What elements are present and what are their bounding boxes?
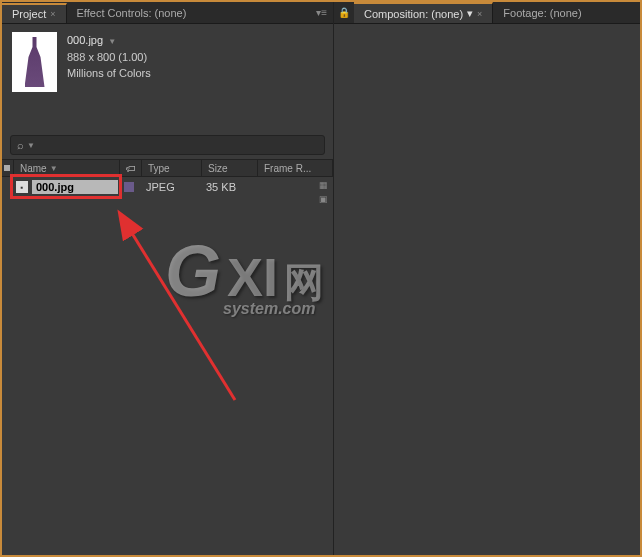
dropdown-icon[interactable]: ▼ — [108, 37, 116, 46]
column-label: Size — [208, 163, 227, 174]
asset-type: JPEG — [140, 181, 200, 193]
asset-size: 35 KB — [200, 181, 256, 193]
file-dimensions: 888 x 800 (1.00) — [67, 49, 151, 66]
folder-icon[interactable]: ▣ — [317, 193, 329, 205]
lock-icon[interactable]: 🔒 — [334, 7, 354, 18]
sort-icon: ▼ — [50, 164, 58, 173]
asset-list[interactable]: ▪ 000.jpg JPEG 35 KB ▦ ▣ — [2, 177, 333, 537]
columns-header: Name ▼ 🏷 Type Size Frame R... — [2, 159, 333, 177]
close-icon[interactable]: × — [477, 9, 482, 19]
tab-label: Project — [12, 8, 46, 20]
thumbnail-image — [25, 37, 45, 87]
tab-composition[interactable]: Composition: (none) ▾ × — [354, 2, 493, 23]
column-name[interactable]: Name ▼ — [14, 160, 120, 176]
row-action-icons: ▦ ▣ — [317, 179, 331, 207]
file-colors: Millions of Colors — [67, 65, 151, 82]
project-panel: Project × Effect Controls: (none) ▾≡ 000… — [2, 2, 334, 555]
column-label: Name — [20, 163, 47, 174]
column-tag[interactable]: 🏷 — [120, 160, 142, 176]
app-frame: Project × Effect Controls: (none) ▾≡ 000… — [0, 0, 642, 557]
panel-menu-icon[interactable]: ▾≡ — [310, 7, 333, 18]
column-size[interactable]: Size — [202, 160, 258, 176]
asset-tag[interactable] — [118, 182, 140, 192]
left-tab-bar: Project × Effect Controls: (none) ▾≡ — [2, 2, 333, 24]
tab-label: Footage: (none) — [503, 7, 581, 19]
column-indicator[interactable] — [2, 160, 14, 176]
tab-footage[interactable]: Footage: (none) — [493, 4, 591, 22]
bullet-icon — [4, 165, 10, 171]
composition-panel: 🔒 Composition: (none) ▾ × Footage: (none… — [334, 2, 640, 555]
asset-thumbnail[interactable] — [12, 32, 57, 92]
column-label: Frame R... — [264, 163, 311, 174]
tag-icon: 🏷 — [126, 163, 136, 174]
file-name: 000.jpg — [67, 34, 103, 46]
tab-project[interactable]: Project × — [2, 3, 67, 23]
asset-row[interactable]: ▪ 000.jpg JPEG 35 KB — [2, 177, 333, 197]
tab-effect-controls[interactable]: Effect Controls: (none) — [67, 4, 197, 22]
tab-label: Composition: (none) — [364, 8, 463, 20]
search-input[interactable]: ⌕ ▼ — [10, 135, 325, 155]
file-info-block: 000.jpg ▼ 888 x 800 (1.00) Millions of C… — [67, 32, 151, 92]
asset-name[interactable]: 000.jpg — [32, 180, 118, 194]
search-icon: ⌕ — [17, 139, 24, 151]
chevron-down-icon[interactable]: ▼ — [27, 141, 35, 150]
close-icon[interactable]: × — [50, 9, 55, 19]
grid-icon[interactable]: ▦ — [317, 179, 329, 191]
chevron-down-icon[interactable]: ▾ — [467, 7, 473, 20]
file-icon: ▪ — [16, 181, 28, 193]
column-frame-rate[interactable]: Frame R... — [258, 160, 333, 176]
composition-viewer[interactable] — [334, 24, 640, 555]
tab-label: Effect Controls: (none) — [77, 7, 187, 19]
column-label: Type — [148, 163, 170, 174]
asset-info: 000.jpg ▼ 888 x 800 (1.00) Millions of C… — [2, 24, 333, 100]
color-swatch — [124, 182, 134, 192]
column-type[interactable]: Type — [142, 160, 202, 176]
right-tab-bar: 🔒 Composition: (none) ▾ × Footage: (none… — [334, 2, 640, 24]
